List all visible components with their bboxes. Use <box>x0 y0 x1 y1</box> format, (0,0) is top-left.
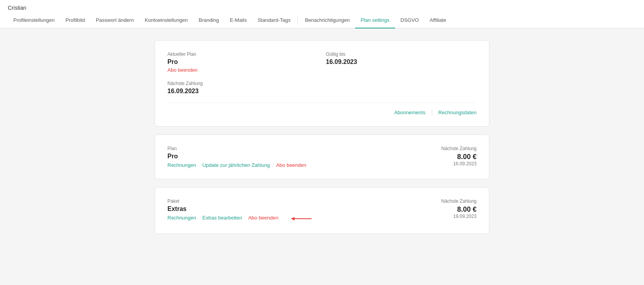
nav-tags[interactable]: Standard-Tags <box>252 12 296 28</box>
extras-amount: 8.00 € <box>441 205 477 214</box>
plan-pro-date: 16.09.2023 <box>441 161 477 166</box>
main-content: Aktueller Plan Pro Abo beenden Gültig bi… <box>147 40 497 234</box>
nav-profileinstellungen[interactable]: Profileinstellungen <box>8 12 60 28</box>
abonnements-link[interactable]: Abonnements <box>394 110 425 115</box>
plan-pro-left: Plan Pro Rechnungen Update zur jährliche… <box>167 146 306 168</box>
extras-date: 19.09.2023 <box>441 214 477 219</box>
extras-bearbeiten-link[interactable]: Extras bearbeiten <box>202 215 242 223</box>
arrow-annotation <box>288 215 315 223</box>
svg-marker-1 <box>291 217 295 221</box>
paket-label: Paket <box>167 198 315 204</box>
footer-divider <box>432 109 432 115</box>
plan-pro-links: Rechnungen Update zur jährlichen Zahlung… <box>167 162 306 168</box>
extras-name: Extras <box>167 205 315 212</box>
nav-dsgvo[interactable]: DSGVO <box>395 12 424 28</box>
user-name: Cristian <box>8 0 636 12</box>
extras-right: Nächste Zahlung 8.00 € 19.09.2023 <box>441 198 477 219</box>
naechste-zahlung-label-card1: Nächste Zahlung <box>167 81 477 86</box>
naechste-zahlung-date-card1: 16.09.2023 <box>167 88 477 95</box>
nav-affiliate[interactable]: Affiliate <box>424 12 452 28</box>
nav-plan-settings[interactable]: Plan settings <box>355 12 395 28</box>
main-nav: Profileinstellungen Profilbild Passwort … <box>8 12 636 28</box>
abo-beenden-link-card1[interactable]: Abo beenden <box>167 67 318 73</box>
plan-pro-card: Plan Pro Rechnungen Update zur jährliche… <box>155 135 489 179</box>
extras-naechste-zahlung-label: Nächste Zahlung <box>441 198 477 204</box>
nav-benachrichtigungen[interactable]: Benachrichtigungen <box>299 12 355 28</box>
gueltig-bis-label: Gültig bis <box>326 51 477 57</box>
plan-pro-amount: 8.00 € <box>441 153 477 161</box>
gueltig-bis-date: 16.09.2023 <box>326 58 477 65</box>
extras-card: Paket Extras Rechnungen Extras bearbeite… <box>155 187 489 234</box>
top-bar: Cristian Profileinstellungen Profilbild … <box>0 0 644 28</box>
nav-emails[interactable]: E-Mails <box>224 12 252 28</box>
extras-row: Paket Extras Rechnungen Extras bearbeite… <box>167 198 477 223</box>
plan-label: Plan <box>167 146 306 151</box>
plan-pro-right: Nächste Zahlung 8.00 € 16.09.2023 <box>441 146 477 166</box>
nav-passwort[interactable]: Passwort ändern <box>90 12 139 28</box>
plan-pro-name: Pro <box>167 153 306 160</box>
aktueller-plan-section: Aktueller Plan Pro Abo beenden <box>167 51 318 73</box>
plan-pro-naechste-zahlung-label: Nächste Zahlung <box>441 146 477 151</box>
plan-pro-row: Plan Pro Rechnungen Update zur jährliche… <box>167 146 477 168</box>
current-plan-card: Aktueller Plan Pro Abo beenden Gültig bi… <box>155 40 489 127</box>
plan-pro-rechnungen-link[interactable]: Rechnungen <box>167 162 196 168</box>
plan-pro-update-link[interactable]: Update zur jährlichen Zahlung <box>202 162 270 168</box>
naechste-zahlung-section: Nächste Zahlung 16.09.2023 <box>167 81 477 95</box>
nav-separator <box>297 16 298 24</box>
aktueller-plan-name: Pro <box>167 58 318 65</box>
extras-rechnungen-link[interactable]: Rechnungen <box>167 215 196 223</box>
rechnungsdaten-link[interactable]: Rechnungsdaten <box>438 110 477 115</box>
nav-kontoeinstellungen[interactable]: Kontoeinstellungen <box>139 12 194 28</box>
extras-abo-beenden-link[interactable]: Abo beenden <box>248 215 278 223</box>
gueltig-bis-section: Gültig bis 16.09.2023 <box>326 51 477 73</box>
extras-links: Rechnungen Extras bearbeiten Abo beenden <box>167 215 315 223</box>
nav-profilbild[interactable]: Profilbild <box>60 12 90 28</box>
extras-left: Paket Extras Rechnungen Extras bearbeite… <box>167 198 315 223</box>
card1-footer: Abonnements Rechnungsdaten <box>167 103 477 115</box>
plan-pro-abo-beenden-link[interactable]: Abo beenden <box>276 162 306 168</box>
aktueller-plan-label: Aktueller Plan <box>167 51 318 57</box>
nav-branding[interactable]: Branding <box>193 12 224 28</box>
